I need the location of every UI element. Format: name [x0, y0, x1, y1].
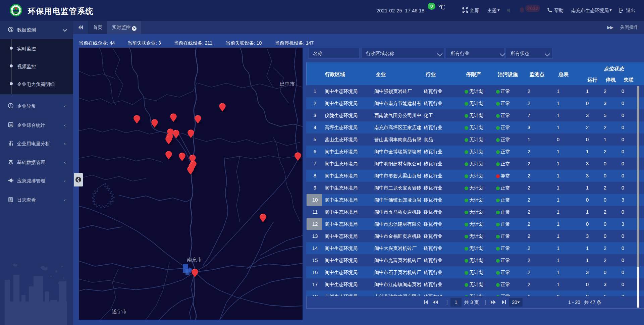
svg-text:央: 央: [9, 123, 13, 127]
